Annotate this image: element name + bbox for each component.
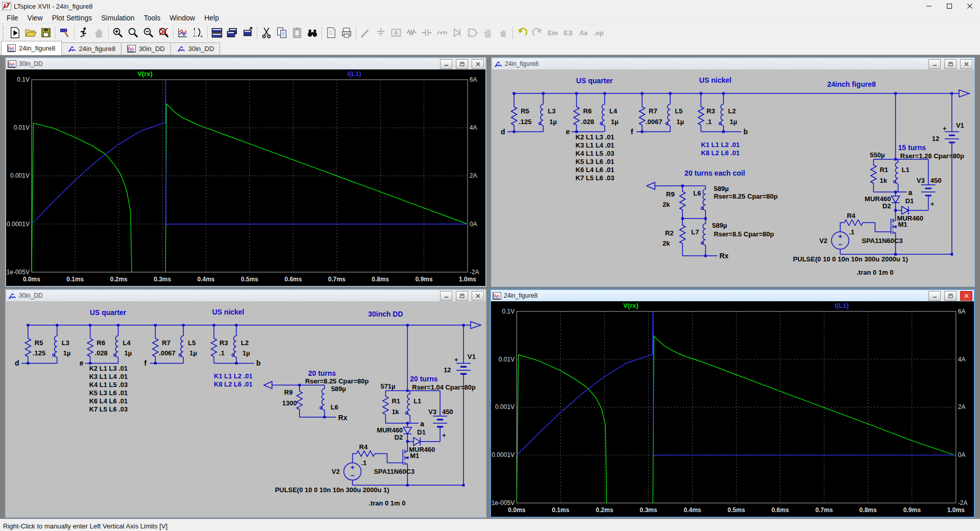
value-label: 1µ <box>676 118 684 126</box>
resistor-r4 <box>842 220 864 226</box>
menu-help[interactable]: Help <box>200 13 224 22</box>
svg-text:0.01V: 0.01V <box>499 356 515 363</box>
tab-30in-dd-schematic[interactable]: 30in_DD <box>170 42 220 55</box>
child-minimize-button[interactable] <box>440 59 452 69</box>
child-titlebar[interactable]: 24in_figure8 <box>491 290 974 301</box>
child-close-button[interactable] <box>960 59 972 69</box>
tile-windows-button[interactable] <box>209 25 225 40</box>
k-statement: K5 L3 L6 .01 <box>576 158 615 165</box>
child-minimize-button[interactable] <box>928 59 941 69</box>
child-close-button[interactable] <box>472 291 484 301</box>
ref-label: R5 <box>35 339 43 347</box>
child-titlebar[interactable]: 30in_DD <box>6 58 485 69</box>
diode-button[interactable] <box>450 25 465 40</box>
paste-icon <box>291 27 303 39</box>
move-button[interactable] <box>480 25 496 40</box>
child-maximize-button[interactable] <box>456 59 468 69</box>
node-label: a <box>420 420 424 428</box>
text-button[interactable]: Aa <box>576 25 591 40</box>
plot-settings-button[interactable] <box>190 25 206 40</box>
run-simulation-button[interactable] <box>76 25 91 40</box>
control-panel-button[interactable] <box>57 25 72 40</box>
child-maximize-button[interactable] <box>944 291 957 301</box>
cascade-windows-button[interactable] <box>225 25 240 40</box>
schematic-canvas-30in-dd[interactable]: US quarter US nickel 30inch DD R5 .125 L… <box>6 301 485 517</box>
draw-wire-button[interactable] <box>358 25 373 40</box>
child-titlebar[interactable]: 30in_DD <box>6 290 485 301</box>
new-run-button[interactable] <box>8 25 23 40</box>
svg-text:2A: 2A <box>470 172 477 179</box>
ground-button[interactable] <box>373 25 388 40</box>
ltspice-app: LTspice XVII - 24in_figure8 File View Pl… <box>0 0 980 531</box>
toolbar-drag-handle[interactable] <box>3 26 6 39</box>
zoom-back-button[interactable] <box>126 25 141 40</box>
maximize-button[interactable] <box>939 0 960 12</box>
schematic-tab-icon <box>67 45 76 53</box>
undo-button[interactable] <box>514 25 530 40</box>
child-maximize-button[interactable] <box>944 59 957 69</box>
inductor-button[interactable] <box>434 25 450 40</box>
child-minimize-button[interactable] <box>928 291 941 301</box>
ref-label: V1 <box>956 122 964 129</box>
drag-button[interactable] <box>496 25 511 40</box>
schematic-canvas-24in-figure8[interactable]: US quarter US nickel 24inch figure8 R5 .… <box>492 69 974 286</box>
child-close-button[interactable] <box>472 59 484 69</box>
value-label: .1 <box>849 228 854 236</box>
bus-arrow <box>471 322 481 329</box>
save-button[interactable] <box>38 25 54 40</box>
printer-icon <box>340 27 353 39</box>
k-statement: K7 L5 L6 .03 <box>89 405 128 413</box>
net-label-button[interactable]: A <box>388 25 404 40</box>
ref-label: L6 <box>331 403 338 411</box>
tab-30in-dd-plot[interactable]: 30in_DD <box>121 42 171 55</box>
rotate-button[interactable]: EƎ <box>560 25 576 40</box>
menu-plot-settings[interactable]: Plot Settings <box>47 13 97 22</box>
open-button[interactable] <box>23 25 38 40</box>
ref-label: V1 <box>468 353 476 360</box>
menu-tools[interactable]: Tools <box>139 13 165 22</box>
svg-text:2A: 2A <box>958 404 966 411</box>
spice-directive-button[interactable]: .op <box>591 25 606 40</box>
child-titlebar[interactable]: 24in_figure8 <box>492 58 974 69</box>
ref-label: L4 <box>123 339 131 347</box>
tab-24in-figure8-plot[interactable]: 24in_figure8 <box>1 41 62 55</box>
child-minimize-button[interactable] <box>440 291 452 301</box>
k-statement: K5 L3 L6 .01 <box>89 389 128 397</box>
resistor-button[interactable] <box>404 25 419 40</box>
menu-file[interactable]: File <box>2 13 23 22</box>
value-label: .028 <box>95 350 108 357</box>
print-button[interactable] <box>339 25 354 40</box>
autorange-button[interactable] <box>175 25 190 40</box>
k-statement: K3 L1 L4 .01 <box>89 373 128 380</box>
cut-button[interactable] <box>259 25 274 40</box>
menu-view[interactable]: View <box>23 13 47 22</box>
waveform-plot-30in-dd[interactable]: 0.1V0.01V0.001V0.0001V1e-005V6A4A2A0A-2A… <box>6 69 485 286</box>
waveform-plot-24in-figure8[interactable]: 0.1V0.01V0.001V0.0001V1e-005V6A4A2A0A-2A… <box>491 301 974 517</box>
component-button[interactable] <box>465 25 480 40</box>
svg-text:0.0001V: 0.0001V <box>7 221 30 228</box>
copy-button[interactable] <box>274 25 289 40</box>
node-label: d <box>501 128 505 136</box>
halt-button[interactable] <box>91 25 107 40</box>
child-close-button[interactable] <box>960 291 972 301</box>
titlebar[interactable]: LTspice XVII - 24in_figure8 <box>0 0 980 12</box>
paste-button[interactable] <box>289 25 305 40</box>
zoom-out-button[interactable] <box>141 25 156 40</box>
svg-text:1.0ms: 1.0ms <box>947 506 965 514</box>
menu-window[interactable]: Window <box>165 13 200 22</box>
zoom-in-button[interactable] <box>110 25 126 40</box>
minimize-button[interactable] <box>919 0 939 12</box>
redo-button[interactable] <box>530 25 545 40</box>
tab-24in-figure8-schematic[interactable]: 24in_figure8 <box>61 42 122 55</box>
child-title: 30in_DD <box>19 292 436 299</box>
child-maximize-button[interactable] <box>456 291 468 301</box>
capacitor-button[interactable] <box>419 25 434 40</box>
diode-icon <box>451 27 463 39</box>
print-preview-button[interactable] <box>324 25 339 40</box>
zoom-full-extents-button[interactable] <box>156 25 172 40</box>
mirror-button[interactable]: Em <box>545 25 560 40</box>
menu-simulation[interactable]: Simulation <box>96 13 139 22</box>
close-button[interactable] <box>960 0 980 12</box>
find-button[interactable] <box>305 25 320 40</box>
restore-windows-button[interactable] <box>240 25 255 40</box>
